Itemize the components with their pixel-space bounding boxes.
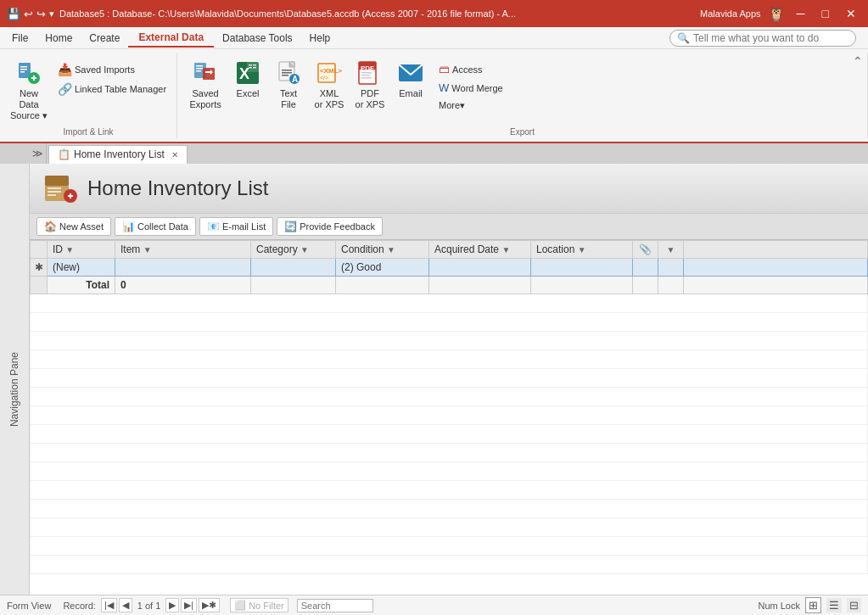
svg-rect-39 <box>45 176 69 186</box>
new-row-acquired[interactable] <box>429 258 531 276</box>
form-header-icon <box>43 171 79 206</box>
saved-imports-button[interactable]: 📥 Saved Imports <box>54 61 170 78</box>
menu-database-tools[interactable]: Database Tools <box>214 30 301 47</box>
nav-controls[interactable]: |◀ ◀ <box>101 598 132 612</box>
new-row-spacer <box>684 258 868 276</box>
nav-controls-right[interactable]: ▶ ▶| ▶✱ <box>165 598 220 612</box>
svg-rect-35 <box>361 75 370 76</box>
text-file-icon: A <box>275 59 302 87</box>
email-list-button[interactable]: 📧 E-mail List <box>199 217 273 236</box>
provide-feedback-label: Provide Feedback <box>300 221 375 232</box>
col-extra-header[interactable]: ▼ <box>658 240 684 258</box>
search-box-status[interactable] <box>297 599 373 612</box>
new-row-id[interactable]: (New) <box>48 258 115 276</box>
view-icon-pivot[interactable]: ⊟ <box>847 598 861 612</box>
collect-data-button[interactable]: 📊 Collect Data <box>115 217 196 236</box>
redo-icon[interactable]: ↪ <box>36 8 46 20</box>
table-row-total: Total 0 <box>31 276 868 294</box>
navigation-pane[interactable]: Navigation Pane <box>0 164 30 615</box>
total-cat <box>251 276 336 294</box>
total-label: Total <box>48 276 115 294</box>
svg-rect-40 <box>48 187 61 189</box>
saved-exports-icon <box>192 59 219 87</box>
menu-create[interactable]: Create <box>81 30 128 47</box>
nav-prev[interactable]: ◀ <box>119 598 132 612</box>
email-label: Email <box>399 88 423 99</box>
col-id-header[interactable]: ID ▼ <box>48 240 115 258</box>
view-icon-datasheet[interactable]: ☰ <box>826 598 842 612</box>
text-file-button[interactable]: A TextFile <box>269 56 308 114</box>
provide-feedback-icon: 🔄 <box>284 221 297 232</box>
svg-text:PDF: PDF <box>361 64 374 72</box>
pdf-icon: PDF <box>356 59 384 87</box>
new-row-item[interactable] <box>115 258 251 276</box>
nav-next[interactable]: ▶ <box>165 598 179 612</box>
access-button[interactable]: 🗃 Access <box>435 61 507 77</box>
excel-icon: X <box>234 59 261 87</box>
nav-pane-toggle[interactable]: ≫ <box>30 143 47 164</box>
new-data-source-button[interactable]: New DataSource ▾ <box>7 56 51 126</box>
search-box[interactable]: 🔍 <box>669 30 856 47</box>
table-row-empty-4 <box>31 349 868 368</box>
search-status-input[interactable] <box>301 601 369 611</box>
view-icon-form[interactable]: ⊞ <box>805 597 821 613</box>
pdf-button[interactable]: PDF PDFor XPS <box>350 56 389 114</box>
doc-tab-close[interactable]: ✕ <box>171 150 178 159</box>
new-row-attachment[interactable] <box>633 258 658 276</box>
col-location-header[interactable]: Location ▼ <box>531 240 633 258</box>
email-button[interactable]: Email <box>391 56 430 103</box>
more-button[interactable]: More▾ <box>435 98 507 113</box>
saved-exports-button[interactable]: SavedExports <box>184 56 227 114</box>
svg-rect-34 <box>361 72 372 74</box>
col-item-header[interactable]: Item ▼ <box>115 240 251 258</box>
customize-icon[interactable]: ▾ <box>49 8 54 20</box>
svg-rect-25 <box>282 75 288 76</box>
total-ext <box>658 276 684 294</box>
svg-rect-42 <box>48 194 56 196</box>
undo-icon[interactable]: ↩ <box>24 8 33 20</box>
col-acquired-header[interactable]: Acquired Date ▼ <box>429 240 531 258</box>
doc-tab[interactable]: 📋 Home Inventory List ✕ <box>48 145 188 164</box>
close-btn[interactable]: ✕ <box>841 5 861 22</box>
minimize-btn[interactable]: ─ <box>792 5 810 22</box>
col-attachment-header[interactable]: 📎 <box>633 240 658 258</box>
nav-last[interactable]: ▶| <box>181 598 197 612</box>
col-category-header[interactable]: Category ▼ <box>251 240 336 258</box>
provide-feedback-button[interactable]: 🔄 Provide Feedback <box>277 217 383 236</box>
total-acq <box>429 276 531 294</box>
xml-button[interactable]: <XML> </> XMLor XPS <box>310 56 349 114</box>
col-condition-header[interactable]: Condition ▼ <box>336 240 429 258</box>
search-input[interactable] <box>693 32 846 44</box>
maximize-btn[interactable]: □ <box>817 5 834 22</box>
menu-home[interactable]: Home <box>36 30 81 47</box>
access-label: Access <box>452 64 482 75</box>
import-link-group-label: Import & Link <box>7 126 170 138</box>
ribbon-collapse-btn[interactable]: ⌃ <box>851 53 865 70</box>
filter-indicator[interactable]: ⬜ No Filter <box>230 598 288 612</box>
table-row-empty-15 <box>31 555 868 573</box>
new-row-category[interactable] <box>251 258 336 276</box>
nav-new[interactable]: ▶✱ <box>199 598 220 612</box>
table-row-empty-3 <box>31 331 868 349</box>
nav-first[interactable]: |◀ <box>101 598 117 612</box>
quick-access-toolbar[interactable]: 💾 ↩ ↪ ▾ <box>7 8 54 20</box>
new-asset-button[interactable]: 🏠 New Asset <box>36 217 111 236</box>
total-sp <box>684 276 868 294</box>
app-name: Malavida Apps <box>700 8 761 19</box>
word-merge-button[interactable]: W Word Merge <box>435 80 507 96</box>
table-row-empty-13 <box>31 517 868 536</box>
linked-table-manager-button[interactable]: 🔗 Linked Table Manager <box>54 81 170 98</box>
menu-file[interactable]: File <box>3 30 36 47</box>
table-row-new[interactable]: ✱ (New) (2) Good <box>31 258 868 276</box>
excel-button[interactable]: X Excel <box>228 56 267 103</box>
menu-external-data[interactable]: External Data <box>128 29 214 48</box>
save-icon[interactable]: 💾 <box>7 8 20 20</box>
new-row-location[interactable] <box>531 258 633 276</box>
navigation-pane-label: Navigation Pane <box>8 352 20 427</box>
doc-tab-title: Home Inventory List <box>74 148 165 160</box>
new-row-condition[interactable]: (2) Good <box>336 258 429 276</box>
menu-help[interactable]: Help <box>301 30 339 47</box>
record-nav: 1 of 1 <box>137 601 161 611</box>
xml-label: XMLor XPS <box>315 88 344 110</box>
new-row-extra[interactable] <box>658 258 684 276</box>
